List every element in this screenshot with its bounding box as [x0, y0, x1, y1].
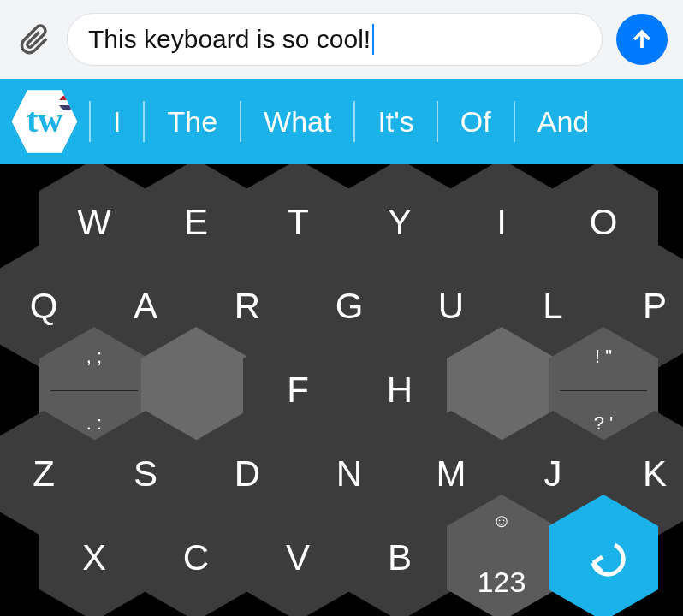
- suggestion-item[interactable]: Of: [438, 105, 514, 139]
- message-input[interactable]: This keyboard is so cool!: [67, 13, 603, 66]
- suggestion-item[interactable]: What: [241, 105, 353, 139]
- arrow-up-icon: [629, 27, 655, 52]
- suggestion-item[interactable]: I: [91, 105, 143, 139]
- suggestion-list: I The What It's Of And: [89, 79, 611, 164]
- return-icon: [578, 532, 629, 583]
- emoji-icon: ☺: [492, 510, 511, 532]
- lang-flag-us-icon: [58, 94, 75, 111]
- key-divider: [50, 390, 138, 391]
- compose-bar: This keyboard is so cool!: [0, 0, 683, 79]
- suggestion-bar: tw I The What It's Of And: [0, 79, 683, 164]
- attach-button[interactable]: [15, 21, 53, 58]
- numbers-label: 123: [478, 566, 526, 599]
- keyboard-logo-text: tw: [27, 100, 62, 140]
- key-divider: [560, 390, 647, 391]
- suggestion-item[interactable]: And: [515, 105, 612, 139]
- keyboard: W E T Y I O Q A R G U L P , ; . : F H ! …: [0, 164, 683, 616]
- message-text: This keyboard is so cool!: [88, 25, 371, 54]
- paperclip-icon: [18, 23, 50, 56]
- punct-top: ! ": [549, 346, 658, 368]
- text-caret: [372, 24, 374, 55]
- suggestion-item[interactable]: It's: [355, 105, 436, 139]
- suggestion-item[interactable]: The: [145, 105, 240, 139]
- keyboard-logo[interactable]: tw: [10, 87, 79, 156]
- send-button[interactable]: [616, 14, 668, 65]
